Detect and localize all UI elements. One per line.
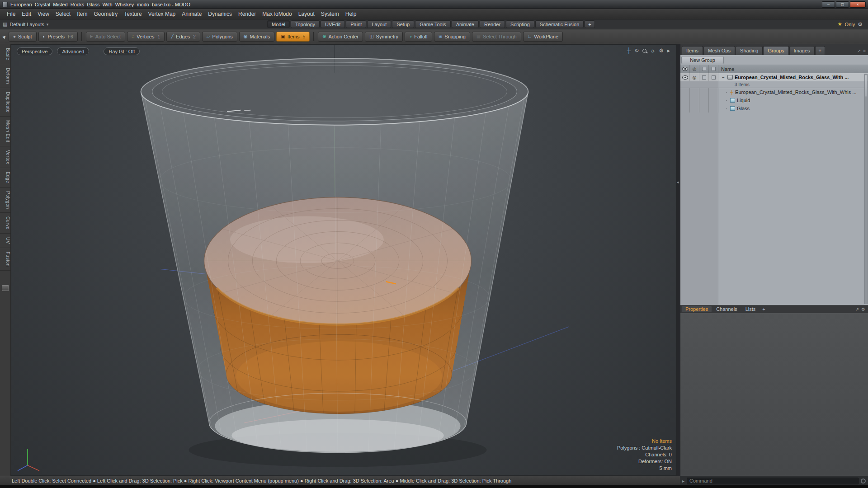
collapse-panel-icon[interactable]: ◂ xyxy=(677,180,679,184)
orbit-icon[interactable]: ↻ xyxy=(634,48,639,53)
gear-icon[interactable]: ⚙ xyxy=(858,21,863,28)
falloff-button[interactable]: ◑ Falloff xyxy=(405,32,432,42)
layout-tab-schematic-fusion[interactable]: Schematic Fusion xyxy=(535,20,584,28)
layout-tab-uvedit[interactable]: UVEdit xyxy=(321,20,345,28)
zoom-icon[interactable] xyxy=(642,49,646,53)
left-tab-basic[interactable]: Basic xyxy=(0,44,10,64)
shading-icon[interactable]: ☼ xyxy=(650,48,655,53)
materials-mode-button[interactable]: ◉ Materials xyxy=(239,32,274,42)
left-tab-curve[interactable]: Curve xyxy=(0,213,10,234)
pan-icon[interactable]: ┼ xyxy=(627,48,631,53)
lock-column-header[interactable] xyxy=(699,65,709,73)
group-row[interactable]: ◎ − European_Crystal_Misted_Rocks_Glass_… xyxy=(680,73,868,81)
visibility-column-header[interactable] xyxy=(680,65,690,73)
menu-dynamics[interactable]: Dynamics xyxy=(205,9,235,19)
menu-item[interactable]: Item xyxy=(74,9,90,19)
layouts-dropdown[interactable]: ▤ Default Layouts ▾ xyxy=(3,21,267,27)
left-tab-vertex[interactable]: Vertex xyxy=(0,146,10,168)
left-tab-edge[interactable]: Edge xyxy=(0,168,10,187)
auto-select-button[interactable]: ▶ Auto Select xyxy=(86,32,125,42)
layout-tab-animate[interactable]: Animate xyxy=(452,20,479,28)
layout-tab-model[interactable]: Model xyxy=(267,20,290,28)
left-tab-duplicate[interactable]: Duplicate xyxy=(0,88,10,117)
properties-gear-icon[interactable]: ⚙ xyxy=(861,307,865,312)
left-tab-deform[interactable]: Deform xyxy=(0,64,10,88)
tab-channels[interactable]: Channels xyxy=(712,306,741,312)
visibility-cell[interactable] xyxy=(680,73,690,81)
tree-row-liquid[interactable]: · Liquid xyxy=(680,96,868,104)
tab-properties[interactable]: Properties xyxy=(682,306,712,312)
layout-tab-setup[interactable]: Setup xyxy=(392,20,414,28)
menu-maxtomodo[interactable]: MaxToModo xyxy=(259,9,295,19)
viewport-gear-icon[interactable]: ⚙ xyxy=(659,48,664,53)
menu-texture[interactable]: Texture xyxy=(121,9,145,19)
panel-menu-icon[interactable]: ≡ xyxy=(863,48,866,53)
tree-scrollbar-thumb[interactable] xyxy=(865,75,867,97)
filter-column-header[interactable] xyxy=(709,65,718,73)
render-column-header[interactable]: ◎ xyxy=(690,65,699,73)
menu-edit[interactable]: Edit xyxy=(19,9,34,19)
sculpt-button[interactable]: ● Sculpt xyxy=(9,32,37,42)
popout-icon[interactable]: ↗ xyxy=(857,48,861,53)
menu-animate[interactable]: Animate xyxy=(179,9,205,19)
only-label[interactable]: Only xyxy=(845,22,855,27)
layout-tab-render[interactable]: Render xyxy=(480,20,505,28)
lock-cell[interactable] xyxy=(699,73,709,81)
filter-cell[interactable] xyxy=(709,73,718,81)
popout-icon[interactable]: ↗ xyxy=(855,307,859,312)
add-panel-tab-button[interactable]: + xyxy=(815,46,825,55)
tab-images[interactable]: Images xyxy=(789,46,815,55)
polygons-mode-button[interactable]: ▱ Polygons xyxy=(202,32,237,42)
viewport-expand-icon[interactable]: ▸ xyxy=(667,48,670,53)
menu-view[interactable]: View xyxy=(34,9,52,19)
action-center-button[interactable]: ⊕ Action Center xyxy=(318,32,363,42)
menu-render[interactable]: Render xyxy=(235,9,259,19)
command-input[interactable] xyxy=(687,478,859,484)
workplane-button[interactable]: ∟ WorkPlane xyxy=(523,32,563,42)
palette-icon[interactable] xyxy=(2,285,9,291)
menu-vertex-map[interactable]: Vertex Map xyxy=(145,9,179,19)
maximize-button[interactable]: □ xyxy=(836,1,849,8)
raygl-button[interactable]: Ray GL: Off xyxy=(104,47,140,55)
tab-lists[interactable]: Lists xyxy=(742,306,760,312)
collapse-expander-icon[interactable]: − xyxy=(721,75,726,80)
layout-tab-layout[interactable]: Layout xyxy=(367,20,391,28)
tab-items[interactable]: Items xyxy=(682,46,703,55)
close-button[interactable]: × xyxy=(850,1,866,8)
menu-help[interactable]: Help xyxy=(342,9,360,19)
star-icon[interactable]: ★ xyxy=(838,21,842,27)
menu-geometry[interactable]: Geometry xyxy=(91,9,121,19)
vertices-mode-button[interactable]: ∴ Vertices 1 xyxy=(127,32,165,42)
left-tab-polygon[interactable]: Polygon xyxy=(0,188,10,213)
tab-mesh-ops[interactable]: Mesh Ops xyxy=(703,46,735,55)
add-layout-tab-button[interactable]: + xyxy=(585,20,594,28)
perspective-button[interactable]: Perspective xyxy=(17,47,52,55)
minimize-button[interactable]: – xyxy=(822,1,835,8)
menu-system[interactable]: System xyxy=(318,9,342,19)
left-tab-mesh-edit[interactable]: Mesh Edit xyxy=(0,117,10,146)
symmetry-button[interactable]: ◫ Symmetry xyxy=(365,32,403,42)
snapping-button[interactable]: ⊞ Snapping xyxy=(434,32,470,42)
new-group-button[interactable]: New Group xyxy=(681,56,724,64)
items-mode-button[interactable]: ▣ Items 5 xyxy=(276,32,310,42)
menu-layout[interactable]: Layout xyxy=(295,9,318,19)
3d-viewport[interactable]: Perspective Advanced Ray GL: Off ┼ ↻ ☼ ⚙… xyxy=(11,44,677,476)
edges-mode-button[interactable]: ╱ Edges 2 xyxy=(166,32,200,42)
tab-shading[interactable]: Shading xyxy=(736,46,763,55)
tree-row-glass[interactable]: · Glass xyxy=(680,104,868,113)
left-tab-fusion[interactable]: Fusion xyxy=(0,248,10,271)
tree-row-assembly[interactable]: · ┼ European_Crystal_Misted_Rocks_Glass_… xyxy=(680,88,868,96)
layout-tab-paint[interactable]: Paint xyxy=(346,20,366,28)
render-cell[interactable]: ◎ xyxy=(690,73,699,81)
layout-tab-scripting[interactable]: Scripting xyxy=(506,20,534,28)
layout-tab-game-tools[interactable]: Game Tools xyxy=(415,20,451,28)
menu-file[interactable]: File xyxy=(4,9,19,19)
advanced-button[interactable]: Advanced xyxy=(57,47,89,55)
add-properties-tab-button[interactable]: + xyxy=(760,306,767,312)
viewport-canvas[interactable] xyxy=(11,45,676,476)
command-history-icon[interactable] xyxy=(861,479,866,483)
panel-divider[interactable]: ◂ xyxy=(677,44,680,476)
tab-groups[interactable]: Groups xyxy=(763,46,788,55)
select-through-button[interactable]: ▦ Select Through xyxy=(472,32,521,42)
layout-tab-topology[interactable]: Topology xyxy=(291,20,320,28)
